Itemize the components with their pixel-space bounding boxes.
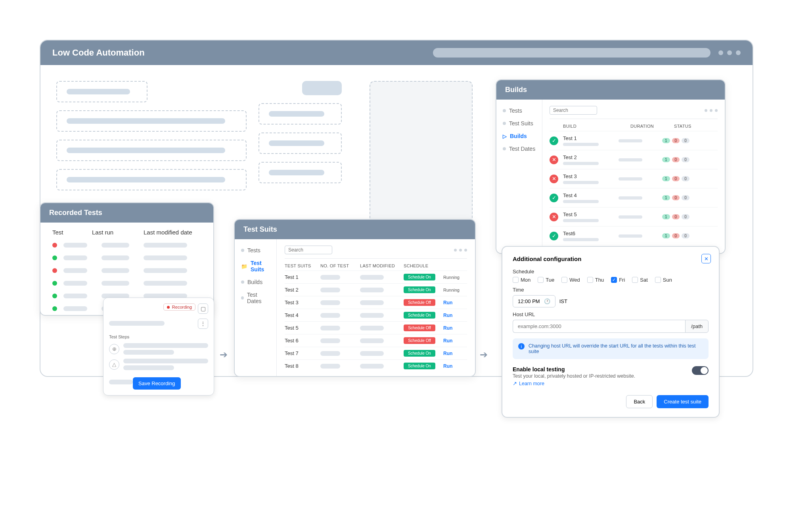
close-icon[interactable]: ✕ xyxy=(701,254,711,263)
play-icon: ▷ xyxy=(503,133,507,139)
check-icon: ✓ xyxy=(550,136,558,145)
day-checkbox-wed[interactable]: Wed xyxy=(561,277,580,283)
day-checkbox-mon[interactable]: Mon xyxy=(513,277,530,283)
test-step: ⊕ xyxy=(109,343,208,355)
col-modified: Last modified date xyxy=(144,229,192,236)
dot-icon[interactable] xyxy=(705,109,707,112)
cross-icon: ✕ xyxy=(550,156,558,164)
day-checkbox-sat[interactable]: Sat xyxy=(632,277,648,283)
checkbox-icon xyxy=(538,277,544,283)
search-input[interactable] xyxy=(285,246,332,254)
recorded-test-row[interactable] xyxy=(40,264,213,277)
sidebar-item-label: Tests xyxy=(247,247,260,253)
sidebar-item-label: Test Dates xyxy=(509,146,535,152)
build-row[interactable]: ✓ Test 4 1 0 0 xyxy=(550,188,718,207)
recorded-test-row[interactable] xyxy=(40,277,213,290)
sidebar-item-test-dates[interactable]: Test Dates xyxy=(235,288,276,307)
sidebar-item-builds[interactable]: Builds xyxy=(235,276,276,288)
cross-icon: ✕ xyxy=(550,213,558,221)
checkbox-icon xyxy=(632,277,638,283)
dot-icon[interactable] xyxy=(459,249,462,252)
run-link[interactable]: Run xyxy=(443,351,467,356)
host-suffix: /path xyxy=(685,320,709,333)
test-steps-label: Test Steps xyxy=(109,334,208,339)
dot-icon[interactable] xyxy=(736,50,741,55)
sidebar-item-builds[interactable]: ▷ Builds xyxy=(496,130,542,142)
local-testing-toggle[interactable] xyxy=(692,366,709,375)
sidebar-item-label: Builds xyxy=(510,133,527,139)
test-suite-row[interactable]: Test 7 Schedule On Run xyxy=(285,347,467,359)
run-link[interactable]: Run xyxy=(443,363,467,369)
dot-icon[interactable] xyxy=(718,50,723,55)
save-recording-button[interactable]: Save Recording xyxy=(133,377,181,390)
col-header: DURATION xyxy=(630,124,674,129)
recorded-test-row[interactable] xyxy=(40,252,213,264)
back-button[interactable]: Back xyxy=(626,395,653,408)
window-controls xyxy=(718,50,741,55)
col-header: LAST MODIFIED xyxy=(360,263,400,268)
status-icon xyxy=(52,243,57,248)
test-suite-row[interactable]: Test 8 Schedule On Run xyxy=(285,359,467,372)
sidebar-item-tests[interactable]: Tests xyxy=(496,104,542,117)
recorded-test-row[interactable] xyxy=(40,239,213,252)
dot-icon[interactable] xyxy=(727,50,732,55)
bullet-icon xyxy=(503,109,506,112)
stop-button[interactable]: ▢ xyxy=(198,303,208,314)
clock-icon: 🕐 xyxy=(544,298,550,304)
day-checkbox-thu[interactable]: Thu xyxy=(587,277,604,283)
checkbox-icon: ✓ xyxy=(611,277,617,283)
cross-icon: ✕ xyxy=(550,175,558,183)
dot-icon[interactable] xyxy=(715,109,718,112)
bullet-icon xyxy=(241,249,244,252)
placeholder-button[interactable] xyxy=(302,81,342,95)
build-row[interactable]: ✕ Test 3 1 0 0 xyxy=(550,169,718,188)
dot-icon[interactable] xyxy=(454,249,457,252)
sidebar-item-test-suits[interactable]: 📁 Test Suits xyxy=(235,257,276,276)
col-header: NO. OF TEST xyxy=(320,263,356,268)
dot-icon[interactable] xyxy=(464,249,467,252)
day-checkbox-fri[interactable]: ✓ Fri xyxy=(611,277,625,283)
build-row[interactable]: ✕ Test 2 1 0 0 xyxy=(550,150,718,169)
host-url-input[interactable] xyxy=(513,320,685,333)
status-icon xyxy=(52,255,57,260)
day-checkbox-sun[interactable]: Sun xyxy=(655,277,672,283)
day-checkbox-tue[interactable]: Tue xyxy=(538,277,554,283)
build-row[interactable]: ✕ Test 5 1 0 0 xyxy=(550,207,718,226)
run-link[interactable]: Run xyxy=(443,325,467,331)
schedule-badge: Schedule On xyxy=(404,363,435,369)
test-suite-row[interactable]: Test 4 Schedule On Run xyxy=(285,309,467,321)
run-link[interactable]: Run xyxy=(443,338,467,344)
sidebar-item-test-dates[interactable]: Test Dates xyxy=(496,142,542,155)
test-suite-row[interactable]: Test 3 Schedule Off Run xyxy=(285,296,467,309)
build-row[interactable]: ✓ Test6 1 0 0 xyxy=(550,226,718,245)
run-link[interactable]: Run xyxy=(443,300,467,305)
local-testing-title: Enable local testing xyxy=(513,366,635,373)
test-suite-row[interactable]: Test 5 Schedule Off Run xyxy=(285,321,467,334)
kebab-icon[interactable]: ⋮ xyxy=(198,319,208,329)
test-suite-row[interactable]: Test 1 Schedule On Running xyxy=(285,271,467,283)
status-icon xyxy=(52,306,57,311)
build-row[interactable]: ✓ Test 1 1 0 0 xyxy=(550,131,718,150)
sidebar-item-test-suits[interactable]: Test Suits xyxy=(496,117,542,130)
dot-icon[interactable] xyxy=(710,109,712,112)
folder-icon: 📁 xyxy=(241,263,247,269)
test-suite-row[interactable]: Test 6 Schedule Off Run xyxy=(285,334,467,347)
time-label: Time xyxy=(513,287,709,293)
learn-more-link[interactable]: ↗Learn more xyxy=(513,380,635,386)
create-suite-button[interactable]: Create test suite xyxy=(657,395,709,408)
status-pills: 1 0 0 xyxy=(662,214,689,219)
col-header: SCHEDULE xyxy=(404,263,439,268)
schedule-badge: Schedule Off xyxy=(404,337,435,344)
arrow-icon: ➔ xyxy=(480,349,488,360)
run-link[interactable]: Run xyxy=(443,313,467,318)
sidebar-item-label: Builds xyxy=(247,279,262,285)
check-icon: ✓ xyxy=(550,232,558,240)
main-header: Low Code Automation xyxy=(40,40,753,65)
search-input[interactable] xyxy=(550,106,597,115)
sidebar-item-tests[interactable]: Tests xyxy=(235,244,276,257)
time-input[interactable]: 12:00 PM🕐 xyxy=(513,295,555,307)
test-suite-row[interactable]: Test 2 Schedule On Running xyxy=(285,283,467,296)
sidebar-item-label: Tests xyxy=(509,108,522,114)
status-icon xyxy=(52,294,57,298)
address-bar[interactable] xyxy=(433,48,710,58)
